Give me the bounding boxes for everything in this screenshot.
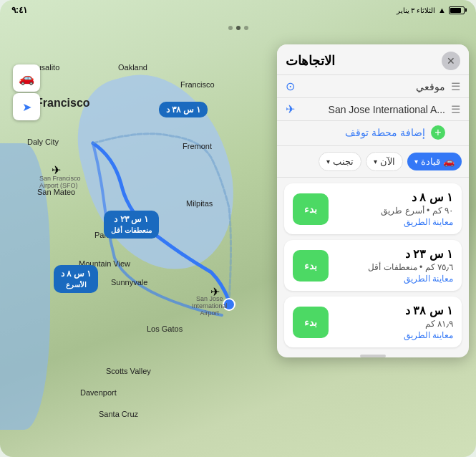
battery-indicator [449,6,465,14]
dot-3 [244,26,248,30]
drag-handle [360,355,386,357]
route-label-1h8: ١ س ٨ د الأسرع [54,265,98,293]
close-button[interactable]: ✕ [442,52,460,70]
dot-2 [236,26,241,30]
add-stop-text: إضافة محطة توقف [345,127,425,138]
car-icon: 🚗 [443,156,455,167]
route-option-1: ١ س ٨ د ٩٠ كم • أسرع طريق معاينة الطريق … [284,183,462,234]
dot-1 [228,26,233,30]
route-3-time: ١ س ٣٨ د [336,304,453,317]
driving-chevron: ▾ [414,158,418,165]
city-daly: Daly City [27,138,59,146]
route-2-link[interactable]: معاينة الطريق [336,274,453,284]
avoid-label: تجنب [333,156,354,167]
driving-label: قيادة [421,156,440,167]
time-mode-btn[interactable]: الآن ▾ [366,152,403,171]
avoid-mode-btn[interactable]: تجنب ▾ [319,152,361,171]
city-san-francisco: Francisco [36,97,90,110]
route-2-detail: ٧٥٫٦ كم • منعطفات أقل [336,262,453,272]
start-btn-1[interactable]: بدء [293,193,329,225]
city-sunnyvale: Sunnyvale [111,278,147,287]
time-chevron: ▾ [374,158,377,165]
sfo-label: San FranciscoAirport (SFO) [39,175,81,189]
wifi-icon: ▲ [438,6,446,14]
route-1-info: ١ س ٨ د ٩٠ كم • أسرع طريق معاينة الطريق [336,191,453,227]
route-3-info: ١ س ٣٨ د ٨١٫٩ كم معاينة الطريق [336,304,453,340]
date-display: الثلاثاء ٣ يناير [397,6,436,14]
route-1-detail: ٩٠ كم • أسرع طريق [336,206,453,216]
city-milpitas: Milpitas [186,199,213,208]
add-stop-row[interactable]: ☰ + إضافة محطة توقف [277,121,469,146]
city-fremont: Fremont [183,142,212,150]
status-right: الثلاثاء ٣ يناير ▲ [397,6,465,14]
city-los-gatos: Los Gatos [147,324,183,333]
location-icon: ⊙ [286,80,295,93]
panel-title: الاتجاهات [286,53,335,69]
avoid-chevron: ▾ [326,158,330,165]
route-label-1h38: ١ س ٣٨ د [159,102,208,117]
start-btn-3[interactable]: بدء [293,307,329,338]
route-label-1h23: ١ س ٢٣ د منعطفات أقل [104,211,159,239]
origin-text: موقعي [301,81,445,92]
add-stop-icon: + [431,125,445,140]
route-1-time: ١ س ٨ د [336,191,453,204]
city-scotts-valley: Scotts Valley [106,367,151,375]
sjc-label: San JoseInternationalAirport [192,295,228,317]
route-1-link[interactable]: معاينة الطريق [336,217,453,227]
page-indicator [228,26,248,30]
origin-menu-icon: ☰ [451,80,460,93]
driving-mode-btn[interactable]: 🚗 قيادة ▾ [407,153,462,170]
route-2-info: ١ س ٢٣ د ٧٥٫٦ كم • منعطفات أقل معاينة ال… [336,247,453,284]
start-btn-2[interactable]: بدء [293,250,329,282]
time-label: الآن [380,156,395,167]
status-left: ٩:٤١ [11,5,27,15]
origin-row[interactable]: ☰ موقعي ⊙ [277,75,469,98]
sjc-airport-icon: ✈ [210,285,220,299]
city-santa-cruz: Santa Cruz [99,410,138,418]
route-2-time: ١ س ٢٣ د [336,247,453,261]
route-3-link[interactable]: معاينة الطريق [336,330,453,340]
mode-bar: 🚗 قيادة ▾ الآن ▾ تجنب ▾ [277,146,469,178]
city-oakland: Oakland [118,63,147,72]
compass-button[interactable]: ➤ [13,93,40,120]
plane-icon: ✈ [286,102,295,116]
city-davenport: Davenport [80,388,117,397]
map-controls: 🚗 ➤ [13,64,40,120]
route-option-2: ١ س ٢٣ د ٧٥٫٦ كم • منعطفات أقل معاينة ال… [284,240,462,291]
route-option-3: ١ س ٣٨ د ٨١٫٩ كم معاينة الطريق بدء [284,297,462,347]
sfo-airport-icon: ✈ [52,163,61,177]
panel-header: ✕ الاتجاهات [277,44,469,75]
destination-menu-icon: ☰ [451,103,460,116]
destination-row[interactable]: ☰ ...San Jose International A ✈ [277,98,469,121]
directions-panel: ✕ الاتجاهات ☰ موقعي ⊙ ☰ ...San Jose Inte… [277,44,469,357]
city-san-ramon: Francisco [180,80,215,89]
car-mode-button[interactable]: 🚗 [13,64,40,92]
status-bar: ٩:٤١ الثلاثاء ٣ يناير ▲ [0,0,476,20]
route-3-detail: ٨١٫٩ كم [336,319,453,329]
time-display: ٩:٤١ [11,5,27,15]
destination-text: ...San Jose International A [301,104,445,115]
